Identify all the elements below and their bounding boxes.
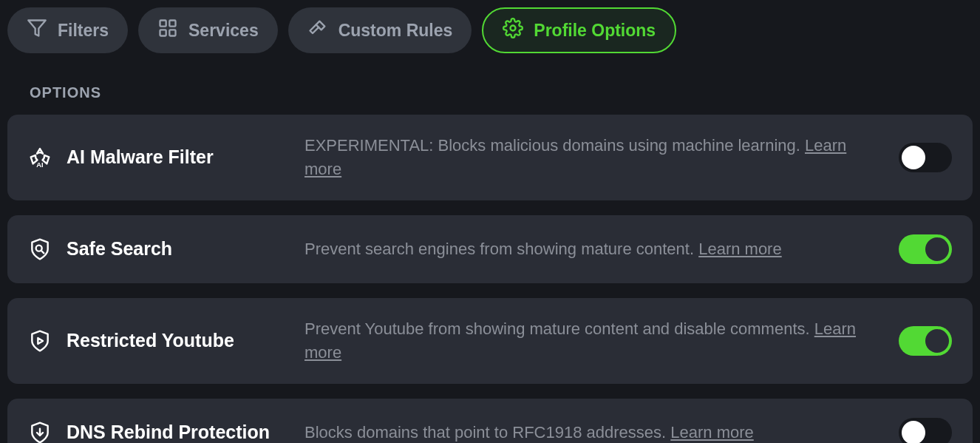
tab-filters-label: Filters [58,21,109,41]
option-title: Safe Search [67,238,172,260]
toggle-dns-rebind[interactable] [899,418,952,443]
svg-rect-1 [160,21,166,27]
svg-line-8 [41,251,44,253]
option-desc: Prevent search engines from showing matu… [304,237,882,261]
learn-more-link[interactable]: Learn more [670,423,754,442]
option-dns-rebind: DNS Rebind Protection Blocks domains tha… [7,399,973,443]
tab-services[interactable]: Services [138,7,278,53]
grid-icon [157,18,178,43]
option-desc: Prevent Youtube from showing mature cont… [304,317,882,365]
option-desc-text: Prevent Youtube from showing mature cont… [304,319,814,338]
option-desc-text: Prevent search engines from showing matu… [304,240,698,258]
option-title: DNS Rebind Protection [67,422,270,443]
tab-profile-options[interactable]: Profile Options [482,7,676,53]
toggle-knob [902,421,925,443]
gear-icon [503,18,523,43]
option-restricted-youtube: Restricted Youtube Prevent Youtube from … [7,298,973,384]
svg-text:AI: AI [36,161,43,169]
option-title: Restricted Youtube [67,330,234,351]
option-desc-text: EXPERIMENTAL: Blocks malicious domains u… [304,136,805,155]
option-ai-malware: AI AI Malware Filter EXPERIMENTAL: Block… [7,115,973,200]
option-desc: Blocks domains that point to RFC1918 add… [304,421,882,443]
tabs-container: Filters Services Custom Rules Profile Op… [7,7,973,71]
svg-point-5 [511,26,516,31]
tab-custom-rules[interactable]: Custom Rules [288,7,472,53]
svg-marker-0 [28,21,45,36]
radiation-ai-icon: AI [28,146,52,169]
tab-custom-rules-label: Custom Rules [338,21,453,41]
svg-rect-3 [160,30,166,35]
shield-down-icon [28,421,52,443]
option-title-wrap: Restricted Youtube [28,329,288,353]
section-label: OPTIONS [30,84,973,101]
option-desc-text: Blocks domains that point to RFC1918 add… [304,423,670,442]
option-title: AI Malware Filter [67,146,214,168]
funnel-icon [27,18,47,43]
toggle-knob [925,329,949,353]
shield-search-icon [28,237,52,261]
tab-profile-options-label: Profile Options [534,21,656,41]
option-title-wrap: DNS Rebind Protection [28,421,288,443]
toggle-restricted-youtube[interactable] [899,326,952,356]
option-desc: EXPERIMENTAL: Blocks malicious domains u… [304,134,882,181]
toggle-ai-malware[interactable] [899,143,952,172]
option-safe-search: Safe Search Prevent search engines from … [7,215,973,283]
svg-rect-2 [169,21,175,27]
svg-rect-4 [169,30,175,35]
toggle-knob [925,237,949,261]
option-title-wrap: AI AI Malware Filter [28,146,288,169]
option-title-wrap: Safe Search [28,237,288,261]
tab-services-label: Services [188,21,259,41]
svg-marker-9 [38,338,43,344]
axe-icon [307,18,328,43]
tab-filters[interactable]: Filters [7,7,128,53]
shield-play-icon [28,329,52,353]
toggle-safe-search[interactable] [899,234,952,264]
options-list: AI AI Malware Filter EXPERIMENTAL: Block… [7,115,973,443]
learn-more-link[interactable]: Learn more [698,240,782,258]
toggle-knob [902,146,925,169]
